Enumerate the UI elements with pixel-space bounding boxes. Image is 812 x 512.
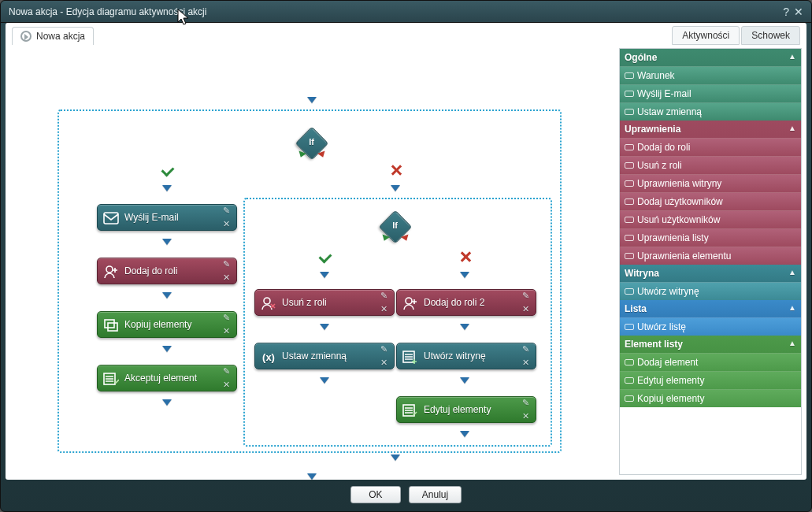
node-edit-elements[interactable]: Edytuj elementy ✎✕ [396, 396, 536, 423]
group-label: Uprawnienia [625, 124, 680, 135]
arrow-icon [320, 272, 329, 278]
edit-icon[interactable]: ✎ [522, 291, 529, 300]
edit-icon[interactable]: ✎ [223, 206, 230, 215]
palette-item[interactable]: Utwórz listę [620, 317, 801, 336]
help-icon[interactable]: ? [783, 6, 789, 18]
user-plus-icon [402, 295, 419, 312]
delete-icon[interactable]: ✕ [223, 273, 230, 282]
palette-item[interactable]: Uprawnienia witryny [620, 174, 801, 192]
arrow-icon [460, 377, 469, 384]
svg-rect-3 [108, 323, 117, 331]
edit-icon[interactable]: ✎ [380, 291, 387, 300]
group-label: Element listy [625, 339, 683, 350]
tab-activities[interactable]: Aktywności [672, 26, 740, 45]
edit-icon[interactable]: ✎ [522, 345, 529, 354]
palette-item[interactable]: Warunek [620, 66, 801, 84]
palette-item[interactable]: Dodaj element [620, 353, 801, 371]
close-icon[interactable]: ✕ [794, 6, 803, 18]
collapse-icon[interactable]: ▲ [788, 303, 796, 312]
palette-item[interactable]: Edytuj elementy [620, 371, 801, 389]
arrow-icon [460, 324, 469, 330]
palette-item[interactable]: Utwórz witrynę [620, 282, 801, 300]
diagram-canvas[interactable]: If Wyślij E-mail ✎✕ Dodaj do roli ✎✕ [10, 48, 616, 475]
activities-palette[interactable]: Ogólne▲ Warunek Wyślij E-mail Ustaw zmie… [619, 48, 802, 475]
collapse-icon[interactable]: ▲ [788, 124, 796, 132]
palette-item[interactable]: Usuń użytkowników [620, 210, 801, 228]
palette-group-permissions[interactable]: Uprawnienia▲ [620, 121, 801, 138]
variable-icon: (x) [260, 348, 277, 365]
play-icon [20, 31, 32, 42]
group-label: Lista [625, 303, 647, 314]
tab-main[interactable]: Nowa akcja [12, 27, 94, 45]
node-add-role-2[interactable]: Dodaj do roli 2 ✎✕ [396, 289, 536, 316]
svg-point-5 [264, 298, 270, 304]
palette-group-list[interactable]: Lista▲ [620, 300, 801, 317]
node-set-variable[interactable]: (x) Ustaw zmienną ✎✕ [254, 343, 395, 369]
cancel-button[interactable]: Anuluj [409, 486, 462, 503]
node-label: Wyślij E-mail [124, 212, 179, 223]
titlebar[interactable]: Nowa akcja - Edycja diagramu aktywności … [1, 1, 811, 23]
arrow-icon [162, 239, 172, 245]
delete-icon[interactable]: ✕ [223, 380, 230, 389]
user-minus-icon [260, 295, 277, 312]
node-add-role[interactable]: Dodaj do roli ✎✕ [97, 258, 237, 284]
arrow-icon [162, 346, 172, 352]
edit-icon[interactable]: ✎ [223, 314, 230, 322]
arrow-icon [162, 292, 172, 299]
arrow-icon [460, 272, 469, 278]
node-label: Utwórz witrynę [424, 351, 486, 362]
palette-group-list-element[interactable]: Element listy▲ [620, 336, 801, 353]
delete-icon[interactable]: ✕ [223, 220, 230, 228]
ok-button[interactable]: OK [350, 486, 401, 503]
arrow-icon [162, 399, 172, 406]
palette-group-general[interactable]: Ogólne▲ [620, 49, 801, 66]
palette-item[interactable]: Uprawnienia elementu [620, 247, 801, 265]
arrow-icon [391, 185, 400, 191]
palette-group-site[interactable]: Witryna▲ [620, 265, 801, 282]
node-copy-elements[interactable]: Kopiuj elementy ✎✕ [97, 311, 237, 338]
cross-icon [460, 251, 471, 262]
user-plus-icon [102, 263, 120, 280]
collapse-icon[interactable]: ▲ [788, 52, 796, 61]
palette-item[interactable]: Dodaj użytkowników [620, 192, 801, 210]
list-check-icon [102, 370, 120, 388]
collapse-icon[interactable]: ▲ [788, 268, 796, 276]
palette-item[interactable]: Uprawnienia listy [620, 228, 801, 247]
node-send-email[interactable]: Wyślij E-mail ✎✕ [97, 204, 237, 231]
delete-icon[interactable]: ✕ [522, 305, 529, 314]
cross-icon [391, 165, 402, 176]
palette-item[interactable]: Usuń z roli [620, 156, 801, 174]
node-accept-element[interactable]: Akceptuj element ✎✕ [97, 365, 237, 391]
collapse-icon[interactable]: ▲ [788, 339, 796, 347]
palette-item[interactable]: Wyślij E-mail [620, 84, 801, 102]
node-remove-role[interactable]: Usuń z roli ✎✕ [254, 289, 395, 316]
edit-icon[interactable]: ✎ [223, 367, 230, 376]
tab-clipboard[interactable]: Schowek [741, 26, 800, 45]
arrow-icon [162, 185, 172, 191]
svg-rect-2 [105, 320, 114, 328]
mail-icon [102, 210, 120, 227]
delete-icon[interactable]: ✕ [380, 305, 387, 314]
node-label: Usuń z roli [282, 297, 327, 308]
arrow-icon [391, 454, 400, 461]
palette-item[interactable]: Ustaw zmienną [620, 102, 801, 121]
node-label: Akceptuj element [124, 373, 197, 384]
node-label: Dodaj do roli 2 [424, 297, 484, 308]
palette-item[interactable]: Dodaj do roli [620, 138, 801, 156]
delete-icon[interactable]: ✕ [522, 412, 529, 421]
list-edit-icon [402, 402, 419, 419]
delete-icon[interactable]: ✕ [522, 358, 529, 367]
node-label: Dodaj do roli [124, 265, 177, 276]
node-create-site[interactable]: Utwórz witrynę ✎✕ [396, 343, 536, 369]
delete-icon[interactable]: ✕ [380, 358, 387, 367]
edit-icon[interactable]: ✎ [522, 399, 529, 407]
footer: OK Anuluj [6, 483, 806, 506]
svg-point-6 [406, 298, 412, 304]
edit-icon[interactable]: ✎ [380, 345, 387, 354]
palette-item[interactable]: Kopiuj elementy [620, 389, 801, 407]
node-label: Kopiuj elementy [124, 319, 191, 330]
delete-icon[interactable]: ✕ [223, 327, 230, 336]
edit-icon[interactable]: ✎ [223, 260, 230, 269]
arrow-icon [320, 377, 329, 384]
svg-rect-0 [104, 213, 118, 224]
